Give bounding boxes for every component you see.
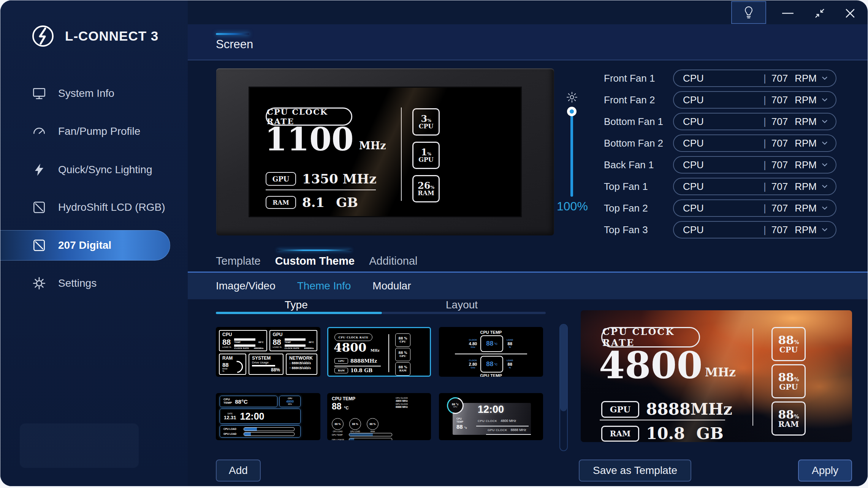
ram-tag: RAM <box>601 426 639 442</box>
unit: °C <box>344 406 348 410</box>
unit: °c <box>464 426 467 429</box>
sidebar-item-label: Fan/Pump Profile <box>58 125 140 137</box>
stat-value: 1 <box>421 147 427 158</box>
stat-box-gpu: 1% GPU <box>412 142 440 169</box>
theme-thumbnail-clock-temp[interactable]: CPUTEMP 88°C CPU 4800 MHz DATE12.31 12:0… <box>216 393 320 440</box>
sidebar-item-207-digital[interactable]: 207 Digital <box>0 230 188 261</box>
label: LOAD % <box>222 346 231 348</box>
thumbnail-scrollbar[interactable] <box>559 324 568 451</box>
fan-row: Front Fan 1 CPU | 707 RPM <box>604 69 836 87</box>
sidebar-item-system-info[interactable]: System Info <box>0 78 188 109</box>
scrollbar-thumb[interactable] <box>560 325 567 411</box>
tab-additional[interactable]: Additional <box>369 254 417 268</box>
unit: MHz <box>371 349 380 352</box>
divider <box>401 107 402 201</box>
sidebar-item-label: 207 Digital <box>58 239 111 251</box>
fan-source: CPU <box>683 224 763 236</box>
add-button[interactable]: Add <box>216 460 261 482</box>
gauge-icon <box>32 124 47 139</box>
ram-unit: GB <box>336 195 358 210</box>
minimize-button[interactable] <box>777 6 799 21</box>
value: 4800 <box>334 341 366 354</box>
sidebar-item-label: HydroShift LCD (RGB) <box>58 201 165 213</box>
tab-template[interactable]: Template <box>216 254 261 268</box>
fan-rpm: 707 <box>771 73 788 84</box>
fan-rpm-unit: RPM <box>795 116 817 128</box>
time-value: 12:00 <box>478 404 504 415</box>
fan-label: Bottom Fan 2 <box>604 137 673 149</box>
custom-theme-subtabs: Image/Video Theme Info Modular <box>188 272 868 299</box>
sidebar-item-hydroshift-lcd[interactable]: HydroShift LCD (RGB) <box>0 192 188 223</box>
fan-label: Front Fan 2 <box>604 94 673 106</box>
label: CPU TEMP <box>453 330 529 335</box>
lighting-toggle-button[interactable] <box>731 1 766 24</box>
thumb-content: CPUTEMP 88°C CPU 4800 MHz DATE12.31 12:0… <box>220 396 317 437</box>
tab-type[interactable]: Type <box>285 299 308 311</box>
fan-label: Top Fan 1 <box>604 181 673 193</box>
value: 2.80 <box>469 362 477 367</box>
divider <box>455 354 527 354</box>
value: 4800 MHz <box>501 419 516 423</box>
label: GPU TEMP <box>332 434 346 436</box>
fan-source-select[interactable]: CPU | 707 RPM <box>673 134 836 152</box>
value: 88 % <box>367 418 379 430</box>
fan-source-select[interactable]: CPU | 707 RPM <box>673 113 836 130</box>
thumb-gpu-box: GPU 88LOAD % TEMP88°C CLOCK RATE8888MHz <box>269 330 318 351</box>
fan-source-select[interactable]: CPU | 707 RPM <box>673 91 836 109</box>
fan-source-select[interactable]: CPU | 707 RPM <box>673 156 836 174</box>
subtab-theme-info[interactable]: Theme Info <box>297 280 351 292</box>
theme-thumbnail-temp[interactable]: CPU TEMP CLOCK4.80GHz 88°C LOAD88% CLOCK… <box>439 327 543 377</box>
restore-button[interactable] <box>811 5 829 22</box>
label: Drive Usage <box>252 361 280 364</box>
separator: | <box>763 137 766 149</box>
sidebar-item-fan-pump-profile[interactable]: Fan/Pump Profile <box>0 116 188 147</box>
subtab-image-video[interactable]: Image/Video <box>216 280 276 292</box>
fan-label: Front Fan 1 <box>604 73 673 84</box>
label: GPU USAGE <box>332 439 346 441</box>
fan-source-select[interactable]: CPU | 707 RPM <box>673 69 836 87</box>
fan-source-select[interactable]: CPU | 707 RPM <box>673 199 836 217</box>
unit: °C <box>494 342 497 346</box>
sidebar-item-label: System Info <box>58 87 114 99</box>
ram-unit: GB <box>696 424 723 442</box>
close-button[interactable] <box>840 4 860 22</box>
tab-screen[interactable]: Screen <box>216 38 253 51</box>
sidebar-item-quick-sync-lighting[interactable]: Quick/Sync Lighting <box>0 155 188 185</box>
sidebar-item-settings[interactable]: Settings <box>0 268 188 298</box>
theme-thumbnail-gauge-clock[interactable]: 88 °cGPU 12:00 CPUTEMP 88 °c CPU CLOCK 4… <box>439 393 543 440</box>
gpu-tag: GPU <box>266 172 296 186</box>
fan-rpm-unit: RPM <box>795 73 817 84</box>
tab-layout[interactable]: Layout <box>446 299 478 311</box>
value: 88 <box>456 423 463 430</box>
brightness-slider-track[interactable] <box>570 111 573 197</box>
fan-label: Bottom Fan 1 <box>604 116 673 128</box>
cpu-clock-unit: MHz <box>705 365 736 379</box>
chevron-down-icon <box>820 139 829 147</box>
ram-value: 8.1 <box>302 195 325 210</box>
apply-button[interactable]: Apply <box>798 460 852 482</box>
theme-thumbnail-dashboard[interactable]: CPU 88LOAD % TEMP88°C CLOCK RATE4800MHz <box>216 327 320 377</box>
fan-row: Top Fan 1 CPU | 707 RPM <box>604 178 836 195</box>
tab-custom-theme[interactable]: Custom Theme <box>275 254 355 268</box>
gpu-clock-value: 1350 MHz <box>302 171 377 186</box>
unit: °C <box>494 363 497 366</box>
fan-source-select[interactable]: CPU | 707 RPM <box>673 221 836 238</box>
label: TEMP <box>223 401 232 405</box>
fan-rpm: 707 <box>771 94 788 106</box>
fan-row: Top Fan 3 CPU | 707 RPM <box>604 221 836 238</box>
value: 8888MHz <box>304 347 314 349</box>
fan-source-select[interactable]: CPU | 707 RPM <box>673 178 836 195</box>
lcd-screen-icon <box>32 200 47 215</box>
separator: | <box>763 116 766 128</box>
brightness-slider-handle[interactable] <box>567 107 577 116</box>
fan-source: CPU <box>683 181 763 193</box>
gear-icon <box>32 276 47 291</box>
subtab-modular[interactable]: Modular <box>372 280 411 292</box>
header-band <box>188 24 868 60</box>
save-as-template-button[interactable]: Save as Template <box>579 460 691 482</box>
label: LOAD <box>507 339 513 341</box>
stat-unit: % <box>427 118 431 123</box>
theme-thumbnail-temp-gauges[interactable]: CPU TEMP 88 °C CPU CLOCK 4800 MHz GPU CL… <box>327 393 431 440</box>
theme-thumbnail-clock-rate-selected[interactable]: CPU CLOCK RATE 4800 MHz GPU 8888MHz RAM … <box>327 327 431 377</box>
date-value: 12.31 <box>224 415 236 420</box>
